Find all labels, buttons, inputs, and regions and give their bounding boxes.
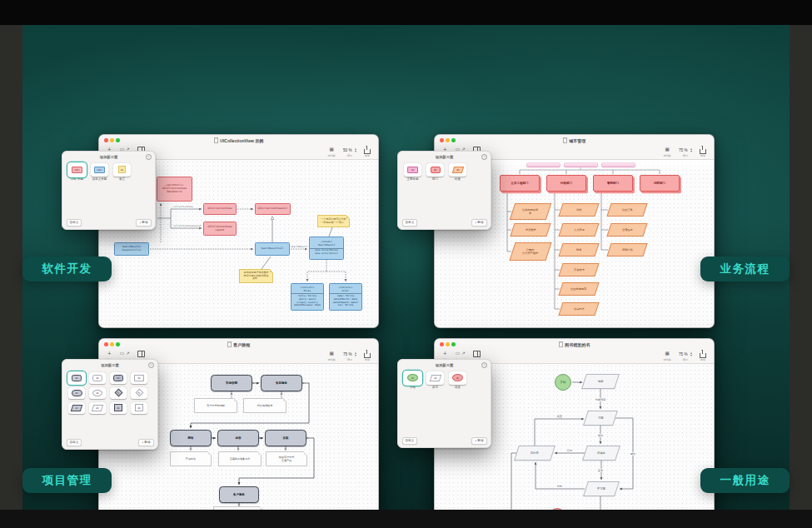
- category-label-software: 软件开发: [22, 257, 112, 281]
- zoom-control-icons: 75 %: [679, 147, 692, 153]
- diagram-node[interactable]: 垃圾和回收服 务: [510, 203, 551, 220]
- element-tile[interactable]: Ab: [449, 163, 466, 177]
- customize-button[interactable]: 自定义: [67, 439, 82, 446]
- zoom-control[interactable]: 75 %缩放: [679, 147, 692, 157]
- diagram-node[interactable]: UICollectionView Layout: [203, 222, 237, 236]
- element-tile[interactable]: Ab: [426, 163, 444, 177]
- export-button[interactable]: 导出: [700, 147, 706, 157]
- diagram-node[interactable]: 社区警务: [606, 203, 647, 217]
- diagram-node[interactable]: 不可用: [583, 481, 620, 496]
- diagram-node[interactable]: 可用: [583, 411, 618, 426]
- stepper-down-icon: [690, 355, 692, 356]
- element-tile[interactable]: Ab: [68, 372, 85, 384]
- diagram-node[interactable]: 已归还: [514, 446, 555, 461]
- export-button[interactable]: 导出: [700, 351, 706, 361]
- zoom-control[interactable]: 75 %缩放: [679, 351, 692, 361]
- element-tile[interactable]: Ab: [113, 163, 131, 177]
- element-tile[interactable]: Ab: [404, 163, 421, 177]
- diagram-node[interactable]: 单元格使用户界面显示 搜索结果的种类和相关 资料。: [239, 269, 273, 283]
- diagram-node[interactable]: 财务: [558, 243, 599, 257]
- color-palette-button[interactable]: ▦调色板: [663, 147, 671, 157]
- diagram-node[interactable]: 消防部门: [640, 175, 680, 192]
- help-icon[interactable]: ?: [481, 154, 487, 160]
- add-new-button[interactable]: + 新增: [136, 219, 151, 226]
- add-new-button[interactable]: + 新增: [471, 219, 486, 226]
- export-button[interactable]: 导出: [364, 147, 371, 157]
- element-tile[interactable]: Ab: [110, 387, 127, 399]
- element-tile[interactable]: Ab: [89, 372, 106, 384]
- help-icon[interactable]: ?: [481, 362, 487, 368]
- element-tile[interactable]: Ab: [68, 387, 85, 399]
- diagram-node[interactable]: 人力资源: [558, 223, 599, 237]
- diagram-node[interactable]: SearchResultCell: [255, 242, 290, 256]
- diagram-node[interactable]: 市场营销: [211, 375, 252, 391]
- add-new-button[interactable]: + 新增: [471, 437, 486, 444]
- window-titlebar[interactable]: 图书馆里的书: [435, 339, 714, 350]
- element-tile[interactable]: Ab: [110, 372, 127, 384]
- element-tile[interactable]: Ab: [131, 402, 147, 414]
- diagram-node[interactable]: 销售: [170, 430, 212, 446]
- zoom-stepper-icon[interactable]: [690, 352, 692, 356]
- diagram-node[interactable]: <<enum>> SearchResultcase movie(Movie) c…: [309, 237, 344, 260]
- element-tile[interactable]: Ab: [131, 372, 147, 384]
- diagram-node[interactable]: 安装: [265, 430, 306, 446]
- diagram-node[interactable]: 公共工程部门: [500, 175, 540, 192]
- diagram-node[interactable]: 产品销售: [170, 451, 212, 466]
- color-palette-button[interactable]: ▦调色板: [663, 351, 671, 361]
- diagram-node[interactable]: <<struct>> Actorname: String dateOfBirth…: [329, 283, 362, 311]
- help-icon[interactable]: ?: [146, 154, 152, 160]
- diagram-node[interactable]: 社区总体规划: [558, 282, 599, 296]
- diagram-node[interactable]: 灾害管理: [558, 263, 599, 276]
- element-tile[interactable]: Ab: [68, 402, 85, 414]
- element-tile[interactable]: Ab: [404, 371, 421, 385]
- customize-button[interactable]: 自定义: [67, 219, 82, 226]
- diagram-node[interactable]: 编目: [581, 374, 620, 389]
- zoom-stepper-icon[interactable]: [355, 352, 356, 356]
- element-tile[interactable]: Ab: [131, 387, 147, 399]
- element-tile[interactable]: <Ab>: [91, 163, 108, 177]
- element-tile[interactable]: Ab: [449, 371, 466, 385]
- diagram-node[interactable]: 特殊行动: [606, 243, 647, 257]
- diagram-node[interactable]: 交通巡逻: [606, 223, 647, 237]
- zoom-stepper-icon[interactable]: [355, 148, 356, 152]
- add-new-button[interactable]: + 新增: [138, 439, 153, 446]
- zoom-control[interactable]: 50 %缩放: [343, 147, 356, 157]
- color-palette-button[interactable]: ▦调色板: [327, 351, 336, 361]
- customize-button[interactable]: 自定义: [402, 437, 418, 444]
- diagram-node[interactable]: 信息技术: [558, 302, 599, 316]
- customize-button[interactable]: 自定义: [402, 219, 418, 226]
- export-button[interactable]: 导出: [364, 351, 371, 361]
- diagram-node[interactable]: 警察部门: [593, 175, 633, 192]
- window-titlebar[interactable]: 城市管理: [435, 135, 714, 146]
- element-tile[interactable]: <Ab>: [68, 163, 86, 177]
- diagram-node[interactable]: <<protocol>> UICollectionView DataSource: [157, 177, 192, 202]
- diagram-node[interactable]: 售前服务: [261, 375, 302, 391]
- diagram-node[interactable]: 运营: [217, 430, 259, 446]
- zoom-stepper-icon[interactable]: [690, 148, 692, 152]
- diagram-node[interactable]: SearchResults ViewController: [114, 242, 149, 256]
- diagram-node[interactable]: UICollectionView: [203, 203, 237, 215]
- diagram-node[interactable]: 已借出: [582, 446, 620, 461]
- diagram-node[interactable]: 街道维护: [510, 223, 550, 237]
- color-palette-button[interactable]: ▦调色板: [327, 147, 336, 157]
- diagram-node[interactable]: 客户服务: [219, 486, 259, 503]
- diagram-node[interactable]: UICollectionViewCell: [255, 203, 291, 215]
- window-titlebar[interactable]: 客户旅程: [99, 339, 378, 350]
- diagram-node[interactable]: 行政部门: [546, 175, 586, 192]
- diagram-node[interactable]: 开始: [555, 374, 571, 391]
- diagram-node[interactable]: 公园和 公共资产维护: [509, 242, 551, 261]
- diagram-node[interactable]: 运营: [558, 203, 599, 217]
- diagram-node[interactable]: 客户需求和调研: [194, 398, 237, 413]
- diagram-node[interactable]: 一个搜索结果可以代表 一部电影或一个演员。: [317, 215, 350, 227]
- help-icon[interactable]: ?: [148, 362, 154, 368]
- element-tile[interactable]: Ab: [426, 371, 444, 385]
- diagram-node[interactable]: <<struct>> Movietitle: String genre: Gen…: [291, 283, 324, 311]
- diagram-node[interactable]: 初步电话联系: [243, 398, 286, 413]
- window-titlebar[interactable]: UICollectionView 示例: [99, 135, 378, 146]
- element-tile[interactable]: Ab: [110, 402, 127, 414]
- diagram-node[interactable]: 根据客户需求 安装产品: [266, 451, 307, 466]
- element-tile[interactable]: Ab: [89, 387, 106, 399]
- diagram-node[interactable]: 安装前的准备工作: [218, 451, 262, 466]
- zoom-control[interactable]: 75 %缩放: [343, 351, 356, 361]
- element-tile[interactable]: Ab: [89, 402, 106, 414]
